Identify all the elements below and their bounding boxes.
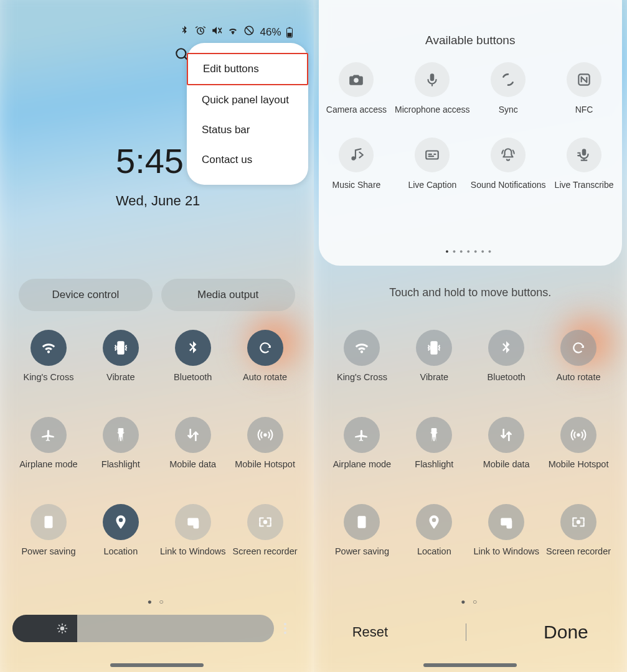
toggle-mobiledata[interactable]: Mobile data [157, 417, 229, 479]
toggle-airplane[interactable]: Airplane mode [326, 417, 398, 479]
available-label: Sync [499, 105, 518, 115]
toggle-wifi[interactable]: King's Cross [326, 330, 398, 392]
bluetooth-icon [179, 25, 190, 39]
svg-point-11 [60, 627, 65, 631]
svg-rect-19 [427, 151, 439, 159]
available-soundnotif[interactable]: Sound Notifications [470, 138, 546, 190]
transcribe-icon [567, 138, 601, 172]
toggle-label: King's Cross [23, 372, 73, 392]
toggle-linkwindows[interactable]: Link to Windows [470, 504, 542, 566]
battery-status: 46% [260, 26, 295, 39]
media-output-button[interactable]: Media output [161, 279, 295, 311]
brightness-menu-icon[interactable] [278, 618, 293, 641]
airplane-icon [31, 417, 67, 453]
menu-item-quick-panel-layout[interactable]: Quick panel layout [187, 85, 308, 115]
svg-rect-20 [582, 149, 587, 156]
menu-item-edit-buttons[interactable]: Edit buttons [187, 53, 308, 85]
svg-point-15 [354, 78, 359, 83]
toggle-location[interactable]: Location [85, 504, 157, 566]
available-label: Camera access [326, 105, 387, 115]
brightness-icon [56, 622, 68, 635]
available-musicshare[interactable]: Music Share [319, 138, 395, 190]
rotate-icon [247, 330, 283, 366]
available-label: Music Share [332, 180, 381, 190]
vibrate-icon [103, 330, 139, 366]
toggle-screenrec[interactable]: Screen recorder [229, 504, 301, 566]
toggle-powersave[interactable]: Power saving [12, 504, 85, 566]
toggle-vibrate[interactable]: Vibrate [85, 330, 157, 392]
toggle-powersave[interactable]: Power saving [326, 504, 398, 566]
toggle-label: Location [103, 546, 138, 566]
available-sync[interactable]: Sync [470, 62, 546, 115]
page-indicator: ● ○ [0, 597, 314, 606]
menu-item-contact-us[interactable]: Contact us [187, 145, 308, 175]
available-label: Sound Notifications [471, 180, 546, 190]
toggle-bluetooth[interactable]: Bluetooth [157, 330, 229, 392]
toggle-flashlight[interactable]: Flashlight [398, 417, 470, 479]
data-icon [175, 417, 211, 453]
current-toggle-grid: King's Cross Vibrate Bluetooth Auto rota… [326, 330, 615, 566]
toggle-airplane[interactable]: Airplane mode [12, 417, 85, 479]
menu-item-status-bar[interactable]: Status bar [187, 115, 308, 145]
svg-point-22 [577, 433, 580, 436]
toggle-vibrate[interactable]: Vibrate [398, 330, 470, 392]
screenrec-icon [560, 504, 596, 540]
toggle-label: Mobile data [483, 459, 530, 479]
svg-point-13 [284, 627, 286, 630]
available-label: NFC [575, 105, 593, 115]
bluetooth-icon [488, 330, 524, 366]
power-icon [344, 504, 380, 540]
toggle-hotspot[interactable]: Mobile Hotspot [542, 417, 615, 479]
available-livecaption[interactable]: Live Caption [394, 138, 470, 190]
smart-buttons-row: Device control Media output [19, 279, 295, 311]
wifi-icon [227, 25, 238, 39]
brightness-fill [12, 615, 77, 642]
toggle-mobiledata[interactable]: Mobile data [470, 417, 542, 479]
battery-percent: 46% [260, 26, 281, 39]
available-label: Microphone access [395, 105, 470, 115]
svg-rect-6 [118, 428, 123, 433]
svg-point-12 [284, 623, 286, 625]
svg-rect-3 [288, 27, 290, 28]
gesture-bar[interactable] [110, 663, 204, 667]
available-transcribe[interactable]: Live Transcribe [546, 138, 622, 190]
toggle-label: Power saving [21, 546, 75, 566]
toggle-location[interactable]: Location [398, 504, 470, 566]
vibrate-icon [416, 330, 452, 366]
gesture-bar[interactable] [423, 663, 517, 667]
toggle-label: Flashlight [415, 459, 453, 479]
quick-panel-with-menu: 46% Edit buttons Quick panel layout Stat… [0, 0, 314, 672]
svg-point-14 [284, 632, 286, 634]
caption-icon [415, 138, 450, 172]
svg-point-5 [176, 49, 186, 58]
device-control-button[interactable]: Device control [19, 279, 153, 311]
toggle-flashlight[interactable]: Flashlight [85, 417, 157, 479]
available-grid: Camera access Microphone access Sync NFC… [319, 62, 623, 190]
toggle-label: Location [417, 546, 451, 566]
available-camera[interactable]: Camera access [319, 62, 395, 115]
quick-toggle-grid: King's Cross Vibrate Bluetooth Auto rota… [12, 330, 301, 566]
toggle-bluetooth[interactable]: Bluetooth [470, 330, 542, 392]
toggle-label: Screen recorder [546, 546, 611, 566]
reset-button[interactable]: Reset [352, 624, 388, 640]
toggle-linkwindows[interactable]: Link to Windows [157, 504, 229, 566]
done-button[interactable]: Done [544, 622, 588, 643]
flash-icon [416, 417, 452, 453]
svg-rect-16 [430, 73, 435, 81]
available-mic[interactable]: Microphone access [394, 62, 470, 115]
toggle-wifi[interactable]: King's Cross [12, 330, 85, 392]
brightness-slider[interactable] [12, 615, 274, 642]
toggle-label: Mobile Hotspot [235, 459, 295, 479]
available-label: Live Transcribe [555, 180, 614, 190]
available-page-indicator[interactable]: ●●●●●●● [319, 248, 623, 254]
toggle-autorotate[interactable]: Auto rotate [542, 330, 615, 392]
toggle-screenrec[interactable]: Screen recorder [542, 504, 615, 566]
toggle-hotspot[interactable]: Mobile Hotspot [229, 417, 301, 479]
mute-icon [211, 25, 222, 39]
bluetooth-icon [175, 330, 211, 366]
available-nfc[interactable]: NFC [546, 62, 622, 115]
link-icon [175, 504, 211, 540]
nfc-icon [567, 62, 601, 97]
hotspot-icon [560, 417, 596, 453]
toggle-autorotate[interactable]: Auto rotate [229, 330, 301, 392]
